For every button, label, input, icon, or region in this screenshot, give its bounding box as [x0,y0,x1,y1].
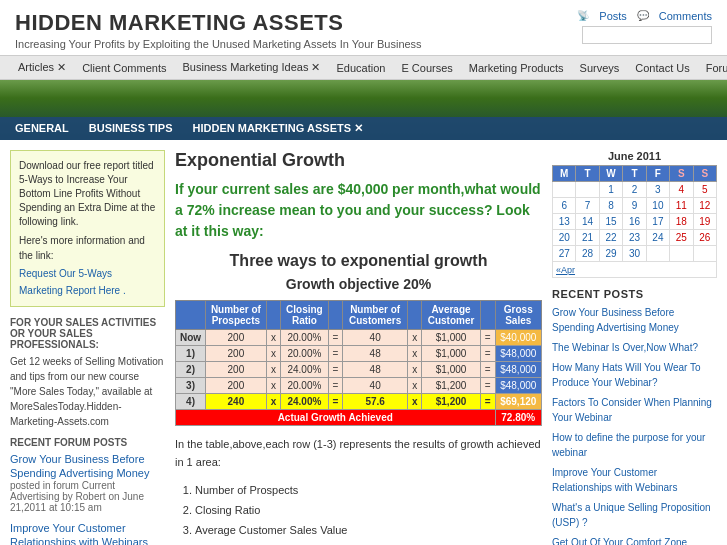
site-title: HIDDEN MARKETING ASSETS [15,10,422,36]
calendar-day-link[interactable]: 14 [582,216,593,227]
calendar-day-header: F [646,166,669,182]
calendar-day-link[interactable]: 2 [632,184,638,195]
calendar-day-link[interactable]: 27 [559,248,570,259]
calendar-day-link[interactable]: 8 [608,200,614,211]
calendar-day-link[interactable]: 28 [582,248,593,259]
calendar-day-link[interactable]: 10 [652,200,663,211]
hero-link[interactable]: HIDDEN MARKETING ASSETS ✕ [193,122,364,135]
rss-icon: 📡 [577,10,589,22]
search-input[interactable] [582,26,712,44]
right-sidebar: June 2011 MTWTFSS 1234567891011121314151… [552,150,717,545]
recent-post-link[interactable]: Grow Your Business Before Spending Adver… [552,307,679,333]
table-cell: x [407,378,422,394]
calendar-day-link[interactable]: 22 [605,232,616,243]
nav-item[interactable]: Education [329,57,394,79]
free-report-box: Download our free report titled 5-Ways t… [10,150,165,307]
hero-link[interactable]: GENERAL [15,122,69,135]
forum-post-meta: posted in forum Current Advertising by R… [10,480,165,513]
calendar-day-link[interactable]: 1 [608,184,614,195]
post-title: Exponential Growth [175,150,542,171]
calendar-day-link[interactable]: 15 [605,216,616,227]
nav-item[interactable]: E Courses [393,57,460,79]
calendar-day-link[interactable]: 3 [655,184,661,195]
calendar-day-link[interactable]: 21 [582,232,593,243]
list-item: Factors To Consider When Planning Your W… [552,395,717,425]
calendar-day-link[interactable]: 9 [632,200,638,211]
nav-item[interactable]: Surveys [572,57,628,79]
table-row: 4)240x24.00%=57.6x$1,200=$69,120 [176,394,542,410]
table-cell: 200 [206,330,267,346]
recent-post-link[interactable]: What's a Unique Selling Proposition (USP… [552,502,711,528]
table-row: Now200x20.00%=40x$1,000=$40,000 [176,330,542,346]
table-row: 2)200x24.00%=48x$1,000=$48,000 [176,362,542,378]
nav-item[interactable]: Client Comments [74,57,174,79]
forum-post-item: Grow Your Business Before Spending Adver… [10,452,165,513]
calendar-day-link[interactable]: 6 [561,200,567,211]
nav-item[interactable]: Contact Us [627,57,697,79]
calendar-week-row: 12345 [553,182,717,198]
col-header-x1 [266,301,281,330]
table-cell: x [266,362,281,378]
calendar-day-link[interactable]: 18 [676,216,687,227]
recent-post-link[interactable]: How Many Hats Will You Wear To Produce Y… [552,362,701,388]
nav-item[interactable]: Articles ✕ [10,56,74,79]
comments-link[interactable]: Comments [659,10,712,22]
posts-link[interactable]: Posts [599,10,627,22]
main-nav: Articles ✕Client CommentsBusiness Market… [0,55,727,80]
calendar-day-link[interactable]: 29 [605,248,616,259]
recent-post-link[interactable]: The Webinar Is Over,Now What? [552,342,698,353]
calendar-day-header: T [576,166,599,182]
calendar-day: 16 [623,214,646,230]
calendar-day-link[interactable]: 4 [679,184,685,195]
table-cell: 48 [343,362,407,378]
forum-post-link[interactable]: Grow Your Business Before Spending Adver… [10,453,149,479]
calendar-day: 10 [646,198,669,214]
list-item: How Many Hats Will You Wear To Produce Y… [552,360,717,390]
table-cell: 20.00% [281,346,328,362]
col-header-eq1 [328,301,343,330]
col-header-gross: Gross Sales [495,301,542,330]
calendar-day: 20 [553,230,576,246]
table-cell: = [328,346,343,362]
calendar-day-link[interactable]: 7 [585,200,591,211]
calendar-day-link[interactable]: 11 [676,200,687,211]
actual-growth-label: Actual Growth Achieved [176,410,496,426]
main-content: Download our free report titled 5-Ways t… [0,140,727,545]
calendar-day-link[interactable]: 19 [699,216,710,227]
free-report-link[interactable]: Request Our 5-Ways Marketing Report Here… [19,268,126,296]
calendar-day-link[interactable]: 5 [702,184,708,195]
hero-link[interactable]: BUSINESS TIPS [89,122,173,135]
actual-growth-row: Actual Growth Achieved72.80% [176,410,542,426]
table-cell: $69,120 [495,394,542,410]
list-item: Number of Prospects [195,481,542,501]
calendar-day-link[interactable]: 13 [559,216,570,227]
calendar-day-link[interactable]: 25 [676,232,687,243]
table-cell: x [266,330,281,346]
table-cell: Now [176,330,206,346]
cal-prev-link[interactable]: «Apr [556,265,575,275]
nav-item[interactable]: Marketing Products [461,57,572,79]
table-cell: 240 [206,394,267,410]
table-cell: 200 [206,346,267,362]
nav-item[interactable]: Forum [698,57,727,79]
calendar-day-link[interactable]: 20 [559,232,570,243]
recent-post-link[interactable]: Factors To Consider When Planning Your W… [552,397,712,423]
calendar-day-link[interactable]: 23 [629,232,640,243]
calendar-day-link[interactable]: 30 [629,248,640,259]
recent-post-link[interactable]: Improve Your Customer Relationships with… [552,467,677,493]
nav-item[interactable]: Business Marketing Ideas ✕ [174,56,328,79]
calendar-day-link[interactable]: 16 [629,216,640,227]
calendar-day: 28 [576,246,599,262]
recent-post-link[interactable]: How to define the purpose for your webin… [552,432,705,458]
table-cell: 24.00% [281,362,328,378]
calendar-day [553,182,576,198]
recent-post-link[interactable]: Get Out Of Your Comfort Zone [552,537,687,545]
calendar-day-link[interactable]: 12 [699,200,710,211]
calendar-day-link[interactable]: 26 [699,232,710,243]
calendar-day [693,246,716,262]
calendar-day-link[interactable]: 17 [652,216,663,227]
calendar-day: 19 [693,214,716,230]
forum-post-link[interactable]: Improve Your Customer Relationships with… [10,522,148,545]
calendar-day-header: W [599,166,622,182]
calendar-day-link[interactable]: 24 [652,232,663,243]
